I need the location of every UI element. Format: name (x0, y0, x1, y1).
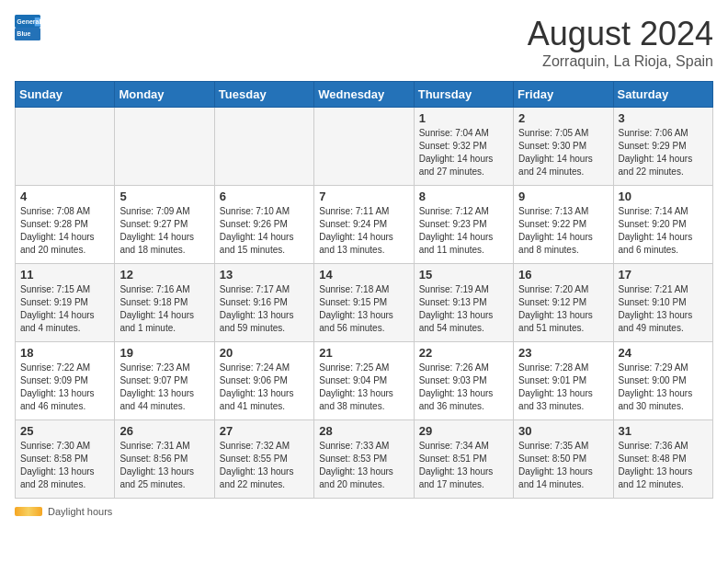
week-row: 4Sunrise: 7:08 AM Sunset: 9:28 PM Daylig… (16, 186, 713, 264)
calendar-cell: 28Sunrise: 7:33 AM Sunset: 8:53 PM Dayli… (314, 420, 414, 499)
day-number: 17 (619, 268, 708, 282)
day-info: Sunrise: 7:11 AM Sunset: 9:24 PM Dayligh… (319, 205, 408, 257)
day-number: 18 (20, 346, 109, 360)
calendar-cell: 9Sunrise: 7:13 AM Sunset: 9:22 PM Daylig… (514, 186, 613, 264)
day-info: Sunrise: 7:33 AM Sunset: 8:53 PM Dayligh… (319, 440, 408, 491)
day-number: 14 (319, 268, 408, 282)
calendar-cell: 13Sunrise: 7:17 AM Sunset: 9:16 PM Dayli… (214, 264, 313, 342)
svg-text:Blue: Blue (17, 30, 30, 37)
week-row: 11Sunrise: 7:15 AM Sunset: 9:19 PM Dayli… (16, 264, 713, 342)
day-info: Sunrise: 7:05 AM Sunset: 9:30 PM Dayligh… (518, 127, 608, 178)
calendar-header: SundayMondayTuesdayWednesdayThursdayFrid… (16, 82, 713, 108)
calendar-cell (214, 108, 313, 186)
calendar-cell: 31Sunrise: 7:36 AM Sunset: 8:48 PM Dayli… (613, 420, 712, 499)
day-info: Sunrise: 7:31 AM Sunset: 8:56 PM Dayligh… (119, 440, 209, 491)
day-number: 22 (419, 346, 508, 360)
day-info: Sunrise: 7:18 AM Sunset: 9:15 PM Dayligh… (319, 283, 408, 335)
day-info: Sunrise: 7:26 AM Sunset: 9:03 PM Dayligh… (419, 362, 508, 413)
calendar-cell: 14Sunrise: 7:18 AM Sunset: 9:15 PM Dayli… (314, 264, 414, 342)
day-info: Sunrise: 7:17 AM Sunset: 9:16 PM Dayligh… (220, 283, 309, 335)
calendar-cell: 18Sunrise: 7:22 AM Sunset: 9:09 PM Dayli… (16, 342, 115, 420)
calendar-cell: 11Sunrise: 7:15 AM Sunset: 9:19 PM Dayli… (16, 264, 115, 342)
calendar-cell: 15Sunrise: 7:19 AM Sunset: 9:13 PM Dayli… (414, 264, 513, 342)
day-info: Sunrise: 7:21 AM Sunset: 9:10 PM Dayligh… (619, 283, 708, 335)
day-info: Sunrise: 7:06 AM Sunset: 9:29 PM Dayligh… (619, 127, 708, 178)
day-info: Sunrise: 7:08 AM Sunset: 9:28 PM Dayligh… (20, 205, 109, 257)
day-info: Sunrise: 7:29 AM Sunset: 9:00 PM Dayligh… (619, 362, 708, 413)
calendar-cell: 10Sunrise: 7:14 AM Sunset: 9:20 PM Dayli… (613, 186, 712, 264)
week-row: 1Sunrise: 7:04 AM Sunset: 9:32 PM Daylig… (16, 108, 713, 186)
calendar-cell: 30Sunrise: 7:35 AM Sunset: 8:50 PM Dayli… (514, 420, 613, 499)
day-number: 6 (220, 190, 309, 203)
week-row: 18Sunrise: 7:22 AM Sunset: 9:09 PM Dayli… (16, 342, 713, 420)
day-number: 13 (220, 268, 309, 282)
calendar-cell: 7Sunrise: 7:11 AM Sunset: 9:24 PM Daylig… (314, 186, 414, 264)
day-number: 19 (119, 346, 209, 360)
svg-text:General: General (17, 18, 40, 25)
day-number: 24 (619, 346, 708, 360)
day-info: Sunrise: 7:16 AM Sunset: 9:18 PM Dayligh… (119, 283, 209, 335)
calendar-cell: 3Sunrise: 7:06 AM Sunset: 9:29 PM Daylig… (613, 108, 712, 186)
calendar-cell (314, 108, 414, 186)
column-header-sunday: Sunday (16, 82, 115, 108)
column-header-friday: Friday (514, 82, 613, 108)
calendar-cell: 24Sunrise: 7:29 AM Sunset: 9:00 PM Dayli… (613, 342, 712, 420)
calendar-cell: 25Sunrise: 7:30 AM Sunset: 8:58 PM Dayli… (16, 420, 115, 499)
daylight-label: Daylight hours (48, 506, 112, 517)
day-info: Sunrise: 7:13 AM Sunset: 9:22 PM Dayligh… (518, 205, 608, 257)
day-number: 23 (518, 346, 608, 360)
calendar-cell: 4Sunrise: 7:08 AM Sunset: 9:28 PM Daylig… (16, 186, 115, 264)
calendar-cell: 29Sunrise: 7:34 AM Sunset: 8:51 PM Dayli… (414, 420, 513, 499)
column-header-saturday: Saturday (613, 82, 712, 108)
day-number: 30 (518, 424, 608, 438)
day-number: 3 (619, 111, 708, 125)
day-info: Sunrise: 7:10 AM Sunset: 9:26 PM Dayligh… (220, 205, 309, 257)
title-block: August 2024 Zorraquin, La Rioja, Spain (528, 15, 713, 70)
day-number: 7 (319, 190, 408, 203)
day-info: Sunrise: 7:23 AM Sunset: 9:07 PM Dayligh… (119, 362, 209, 413)
calendar-cell: 26Sunrise: 7:31 AM Sunset: 8:56 PM Dayli… (115, 420, 214, 499)
day-number: 8 (419, 190, 508, 203)
day-info: Sunrise: 7:34 AM Sunset: 8:51 PM Dayligh… (419, 440, 508, 491)
calendar-cell: 21Sunrise: 7:25 AM Sunset: 9:04 PM Dayli… (314, 342, 414, 420)
calendar-cell: 17Sunrise: 7:21 AM Sunset: 9:10 PM Dayli… (613, 264, 712, 342)
calendar-cell (115, 108, 214, 186)
day-info: Sunrise: 7:04 AM Sunset: 9:32 PM Dayligh… (419, 127, 508, 178)
calendar-cell (16, 108, 115, 186)
day-info: Sunrise: 7:15 AM Sunset: 9:19 PM Dayligh… (20, 283, 109, 335)
calendar-cell: 16Sunrise: 7:20 AM Sunset: 9:12 PM Dayli… (514, 264, 613, 342)
day-number: 25 (20, 424, 109, 438)
calendar-cell: 27Sunrise: 7:32 AM Sunset: 8:55 PM Dayli… (214, 420, 313, 499)
calendar-cell: 2Sunrise: 7:05 AM Sunset: 9:30 PM Daylig… (514, 108, 613, 186)
day-info: Sunrise: 7:14 AM Sunset: 9:20 PM Dayligh… (619, 205, 708, 257)
day-info: Sunrise: 7:25 AM Sunset: 9:04 PM Dayligh… (319, 362, 408, 413)
day-number: 12 (119, 268, 209, 282)
day-number: 15 (419, 268, 508, 282)
day-number: 29 (419, 424, 508, 438)
calendar-cell: 20Sunrise: 7:24 AM Sunset: 9:06 PM Dayli… (214, 342, 313, 420)
day-info: Sunrise: 7:12 AM Sunset: 9:23 PM Dayligh… (419, 205, 508, 257)
page-header: General Blue August 2024 Zorraquin, La R… (15, 15, 713, 70)
day-info: Sunrise: 7:35 AM Sunset: 8:50 PM Dayligh… (518, 440, 608, 491)
daylight-bar-icon (15, 507, 42, 516)
logo-icon: General Blue (15, 15, 40, 40)
day-info: Sunrise: 7:22 AM Sunset: 9:09 PM Dayligh… (20, 362, 109, 413)
calendar-table: SundayMondayTuesdayWednesdayThursdayFrid… (15, 81, 713, 499)
calendar-cell: 12Sunrise: 7:16 AM Sunset: 9:18 PM Dayli… (115, 264, 214, 342)
location: Zorraquin, La Rioja, Spain (528, 53, 713, 70)
day-info: Sunrise: 7:32 AM Sunset: 8:55 PM Dayligh… (220, 440, 309, 491)
column-header-monday: Monday (115, 82, 214, 108)
footer-note: Daylight hours (15, 506, 713, 517)
column-header-tuesday: Tuesday (214, 82, 313, 108)
day-number: 27 (220, 424, 309, 438)
calendar-body: 1Sunrise: 7:04 AM Sunset: 9:32 PM Daylig… (16, 108, 713, 499)
day-info: Sunrise: 7:30 AM Sunset: 8:58 PM Dayligh… (20, 440, 109, 491)
day-number: 2 (518, 111, 608, 125)
day-info: Sunrise: 7:36 AM Sunset: 8:48 PM Dayligh… (619, 440, 708, 491)
calendar-cell: 22Sunrise: 7:26 AM Sunset: 9:03 PM Dayli… (414, 342, 513, 420)
day-number: 1 (419, 111, 508, 125)
day-info: Sunrise: 7:20 AM Sunset: 9:12 PM Dayligh… (518, 283, 608, 335)
day-number: 26 (119, 424, 209, 438)
day-info: Sunrise: 7:19 AM Sunset: 9:13 PM Dayligh… (419, 283, 508, 335)
calendar-cell: 8Sunrise: 7:12 AM Sunset: 9:23 PM Daylig… (414, 186, 513, 264)
